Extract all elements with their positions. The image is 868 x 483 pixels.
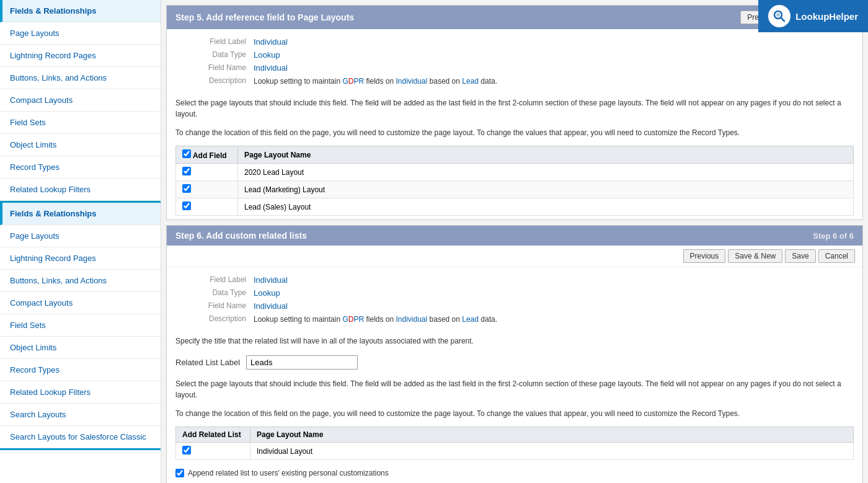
step6-description-val: Lookup setting to maintain GDPR fields o… (254, 312, 505, 326)
sidebar-item-label: Fields & Relationships (10, 6, 96, 16)
step5-description-val: Lookup setting to maintain GDPR fields o… (254, 74, 505, 87)
step5-panel: Step 5. Add reference field to Page Layo… (166, 5, 863, 220)
sidebar-item-label: Search Layouts for Salesforce Classic (10, 432, 146, 441)
step5-description-key: Description (179, 74, 254, 87)
step5-row-checkbox-cell (176, 181, 238, 198)
sidebar-item-label: Lightning Record Pages (10, 51, 96, 60)
step6-field-name-key: Field Name (179, 299, 254, 312)
step5-row-checkbox[interactable] (182, 202, 191, 210)
step6-save-new-button[interactable]: Save & New (728, 249, 782, 263)
step5-col-add-field: Add Field (176, 146, 238, 164)
table-row: Lead (Sales) Layout (176, 198, 854, 216)
sidebar-top-section: Fields & Relationships Page Layouts Ligh… (0, 0, 161, 203)
sidebar-item-label: Field Sets (10, 118, 46, 127)
step5-field-label-val: Individual (254, 35, 505, 48)
step6-desc1: Select the page layouts that should incl… (167, 374, 862, 404)
step5-row-checkbox[interactable] (182, 167, 191, 175)
step6-append-checkbox[interactable] (175, 469, 184, 477)
step6-cancel-button[interactable]: Cancel (818, 249, 855, 263)
step6-field-name-val: Individual (254, 299, 505, 312)
step6-field-label-key: Field Label (179, 273, 254, 286)
sidebar-item-label: Object Limits (10, 343, 56, 352)
step6-field-info: Field Label Individual Data Type Lookup … (167, 267, 862, 332)
step5-row-checkbox-cell (176, 164, 238, 181)
step5-col-layout-name: Page Layout Name (238, 146, 854, 164)
sidebar-item-related-lookup-bot[interactable]: Related Lookup Filters (0, 381, 161, 404)
step6-header: Step 6. Add custom related lists Step 6 … (167, 226, 862, 246)
sidebar-item-label: Page Layouts (10, 231, 60, 241)
step6-title: Step 6. Add custom related lists (175, 231, 307, 241)
step5-select-all-checkbox[interactable] (182, 149, 191, 158)
logo-icon (768, 5, 790, 27)
sidebar-item-label: Object Limits (10, 140, 56, 149)
sidebar-item-buttons-links-bot[interactable]: Buttons, Links, and Actions (0, 270, 161, 292)
step6-append-row: Append related list to users' existing p… (167, 464, 862, 482)
sidebar-item-page-layouts-bot[interactable]: Page Layouts (0, 225, 161, 247)
sidebar-item-search-layouts-classic-bot[interactable]: Search Layouts for Salesforce Classic (0, 426, 161, 448)
step6-row-checkbox[interactable] (182, 446, 191, 454)
sidebar-item-field-sets-top[interactable]: Field Sets (0, 112, 161, 134)
step6-previous-button[interactable]: Previous (683, 249, 726, 263)
sidebar-item-label: Search Layouts (10, 410, 66, 419)
sidebar-item-lightning-record-pages-top[interactable]: Lightning Record Pages (0, 45, 161, 67)
step6-panel: Step 6. Add custom related lists Step 6 … (166, 225, 863, 483)
step5-row-checkbox[interactable] (182, 184, 191, 193)
sidebar-item-object-limits-bot[interactable]: Object Limits (0, 337, 161, 359)
sidebar-item-label: Page Layouts (10, 29, 60, 38)
sidebar-item-compact-layouts-top[interactable]: Compact Layouts (0, 89, 161, 112)
logo-bar: LookupHelper (758, 0, 868, 32)
sidebar-item-label: Related Lookup Filters (10, 185, 91, 194)
step5-row-layout-name: Lead (Sales) Layout (238, 198, 854, 216)
sidebar-item-field-sets-bot[interactable]: Field Sets (0, 314, 161, 337)
step5-data-type-key: Data Type (179, 48, 254, 61)
sidebar-item-related-lookup-top[interactable]: Related Lookup Filters (0, 179, 161, 201)
step5-field-label-key: Field Label (179, 35, 254, 48)
sidebar-item-label: Related Lookup Filters (10, 388, 91, 397)
step6-layout-table: Add Related List Page Layout Name Indivi… (175, 427, 854, 460)
step6-field-label-val: Individual (254, 273, 505, 286)
step6-append-text: Append related list to users' existing p… (188, 469, 389, 477)
sidebar-item-label: Field Sets (10, 321, 46, 330)
step5-desc2: To change the location of this field on … (167, 123, 862, 142)
step6-save-button[interactable]: Save (785, 249, 815, 263)
step5-field-name-key: Field Name (179, 61, 254, 74)
svg-point-2 (776, 13, 780, 17)
sidebar-item-label: Lightning Record Pages (10, 254, 96, 263)
table-row: Lead (Marketing) Layout (176, 181, 854, 198)
step6-row-checkbox-cell (176, 443, 250, 460)
sidebar-bottom-section: Fields & Relationships Page Layouts Ligh… (0, 203, 161, 450)
step6-data-type-val: Lookup (254, 286, 505, 299)
step6-specify-title: Specify the title that the related list … (167, 332, 862, 350)
sidebar-item-record-types-top[interactable]: Record Types (0, 156, 161, 179)
step6-top-actions: Previous Save & New Save Cancel (167, 246, 862, 267)
logo-text-block: LookupHelper (795, 11, 858, 22)
sidebar-item-compact-layouts-bot[interactable]: Compact Layouts (0, 292, 161, 314)
table-row: Individual Layout (176, 443, 854, 460)
sidebar-item-object-limits-top[interactable]: Object Limits (0, 134, 161, 156)
sidebar-item-label: Compact Layouts (10, 95, 73, 105)
step5-row-layout-name: 2020 Lead Layout (238, 164, 854, 181)
sidebar-item-fields-relationships-top[interactable]: Fields & Relationships (0, 0, 161, 22)
step5-field-name-val: Individual (254, 61, 505, 74)
sidebar-item-label: Record Types (10, 162, 60, 172)
sidebar-item-buttons-links-top[interactable]: Buttons, Links, and Actions (0, 67, 161, 89)
step5-title: Step 5. Add reference field to Page Layo… (175, 12, 354, 22)
step5-row-layout-name: Lead (Marketing) Layout (238, 181, 854, 198)
step5-desc1: Select the page layouts that should incl… (167, 94, 862, 123)
main-content: LookupHelper Step 5. Add reference field… (161, 0, 868, 483)
sidebar-item-fields-relationships-bot[interactable]: Fields & Relationships (0, 203, 161, 225)
step6-description-key: Description (179, 312, 254, 326)
logo-name: LookupHelper (795, 11, 858, 22)
step6-related-list-label-input[interactable] (246, 355, 358, 370)
sidebar-item-record-types-bot[interactable]: Record Types (0, 359, 161, 381)
step6-col-layout-name: Page Layout Name (250, 427, 854, 443)
step6-related-list-label-row: Related List Label (167, 350, 862, 374)
sidebar-item-label: Fields & Relationships (10, 209, 96, 218)
sidebar-item-label: Buttons, Links, and Actions (10, 276, 107, 285)
sidebar-item-search-layouts-bot[interactable]: Search Layouts (0, 404, 161, 426)
step6-col-add-related: Add Related List (176, 427, 250, 443)
sidebar-item-page-layouts-top[interactable]: Page Layouts (0, 22, 161, 45)
sidebar-item-lightning-record-pages-bot[interactable]: Lightning Record Pages (0, 247, 161, 270)
step5-data-type-val: Lookup (254, 48, 505, 61)
table-row: 2020 Lead Layout (176, 164, 854, 181)
